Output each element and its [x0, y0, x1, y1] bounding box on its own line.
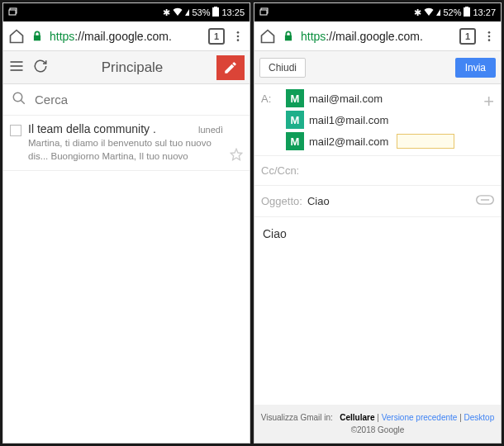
lock-icon	[283, 31, 294, 42]
search-icon	[12, 91, 26, 108]
recipient-email: mail1@mail.com	[309, 114, 388, 126]
svg-point-5	[237, 35, 240, 37]
reload-icon[interactable]	[33, 59, 48, 76]
bluetooth-icon: ✱	[163, 7, 170, 18]
svg-marker-12	[231, 149, 241, 159]
battery-text: 53%	[192, 7, 210, 17]
right-phone: ✱ 52% 13:27 https://mail.google.com. 1	[254, 2, 502, 444]
compose-body[interactable]: Ciao	[254, 217, 501, 405]
url-bar[interactable]: https://mail.google.com.	[50, 30, 202, 43]
url-bar[interactable]: https://mail.google.com.	[301, 30, 453, 43]
gmail-app-bar: Principale	[3, 51, 250, 84]
subject-label: Oggetto:	[261, 195, 302, 207]
battery-icon	[212, 7, 219, 18]
svg-line-11	[21, 100, 25, 104]
close-button[interactable]: Chiudi	[259, 58, 306, 78]
wifi-icon	[424, 7, 434, 17]
footer-desktop-link[interactable]: Desktop	[464, 413, 495, 422]
svg-rect-1	[9, 10, 16, 15]
recipient-email: mail@mail.com	[309, 93, 383, 105]
svg-point-17	[488, 31, 491, 34]
recipient-chip[interactable]: Mmail2@mail.com	[286, 132, 478, 150]
star-icon[interactable]	[230, 148, 243, 164]
screenshot-icon	[8, 7, 18, 18]
menu-dots-icon[interactable]	[231, 30, 245, 43]
browser-bar: https://mail.google.com. 1	[254, 21, 501, 51]
home-icon[interactable]	[8, 28, 25, 45]
recipient-avatar: M	[286, 132, 304, 150]
compose-button[interactable]	[216, 55, 245, 80]
footer: Visualizza Gmail in: Cellulare | Version…	[254, 405, 501, 443]
signal-icon	[436, 9, 440, 16]
recipient-email: mail2@mail.com	[309, 135, 388, 148]
svg-point-10	[13, 93, 22, 102]
bluetooth-icon: ✱	[414, 7, 421, 18]
tab-count[interactable]: 1	[459, 28, 476, 45]
home-icon[interactable]	[259, 28, 276, 45]
menu-dots-icon[interactable]	[483, 30, 496, 43]
status-bar: ✱ 52% 13:27	[254, 3, 501, 21]
svg-point-18	[488, 35, 491, 37]
wifi-icon	[173, 7, 183, 17]
svg-point-4	[237, 31, 240, 34]
to-label: A:	[261, 89, 281, 105]
screenshot-icon	[259, 7, 269, 18]
footer-view-in: Visualizza Gmail in:	[261, 413, 333, 422]
recipient-chip[interactable]: Mmail@mail.com	[286, 89, 478, 107]
browser-bar: https://mail.google.com. 1	[3, 21, 250, 51]
svg-rect-14	[260, 10, 267, 15]
email-sender: Il team della community .	[28, 122, 156, 135]
folder-title: Principale	[56, 59, 208, 76]
battery-text: 52%	[443, 7, 461, 17]
search-input[interactable]	[35, 93, 241, 107]
footer-mobile-link[interactable]: Cellulare	[340, 413, 374, 422]
email-date: lunedì	[198, 125, 223, 135]
svg-rect-16	[465, 7, 468, 7]
battery-icon	[464, 7, 470, 18]
svg-point-6	[237, 39, 240, 41]
email-checkbox[interactable]	[10, 125, 21, 136]
lock-icon	[31, 31, 43, 42]
subject-value: Ciao	[307, 195, 471, 207]
svg-point-19	[488, 39, 491, 41]
send-button[interactable]: Invia	[455, 58, 496, 78]
recipient-avatar: M	[286, 111, 304, 129]
to-field: A: Mmail@mail.comMmail1@mail.comMmail2@m…	[254, 84, 501, 156]
svg-rect-15	[464, 7, 470, 17]
svg-rect-3	[214, 7, 217, 7]
status-bar: ✱ 53% 13:25	[3, 3, 250, 21]
recipient-input[interactable]	[397, 134, 454, 149]
email-snippet: Martina, ti diamo il benvenuto sul tuo n…	[28, 137, 223, 164]
add-recipient-icon[interactable]: +	[483, 89, 494, 112]
footer-older-link[interactable]: Versione precedente	[382, 413, 458, 422]
recipient-chip[interactable]: Mmail1@mail.com	[286, 111, 478, 129]
hamburger-icon[interactable]	[8, 58, 25, 77]
clock-text: 13:25	[221, 7, 245, 17]
footer-copyright: ©2018 Google	[351, 425, 405, 434]
subject-field[interactable]: Oggetto: Ciao	[254, 186, 501, 217]
cc-field[interactable]: Cc/Ccn:	[254, 156, 501, 186]
left-phone: ✱ 53% 13:25 https://mail.google.com. 1	[2, 2, 250, 444]
attach-icon[interactable]	[476, 194, 494, 208]
tab-count[interactable]: 1	[208, 28, 225, 45]
email-list-item[interactable]: Il team della community . lunedì Martina…	[3, 116, 250, 171]
search-row[interactable]	[3, 84, 250, 116]
recipient-avatar: M	[286, 89, 304, 107]
svg-rect-2	[212, 7, 219, 17]
compose-bar: Chiudi Invia	[254, 51, 501, 84]
signal-icon	[185, 9, 189, 16]
clock-text: 13:27	[473, 7, 496, 17]
